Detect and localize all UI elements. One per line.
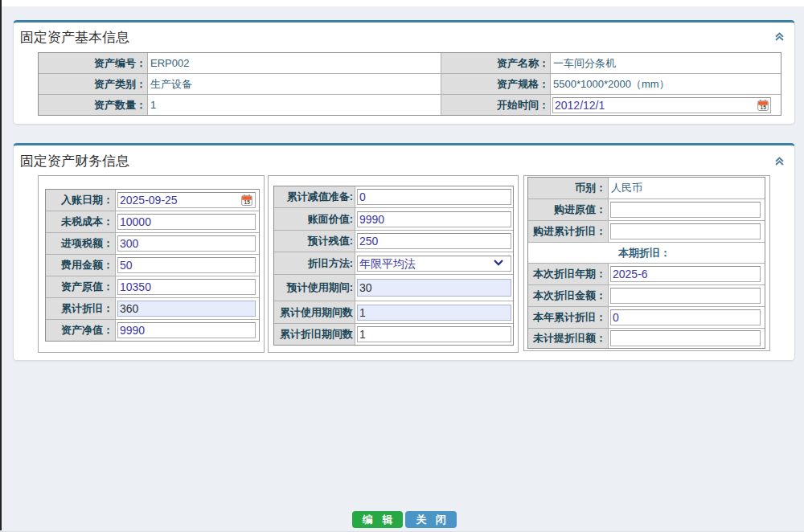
svg-text:15: 15 [244,199,251,205]
svg-text:15: 15 [761,104,767,109]
